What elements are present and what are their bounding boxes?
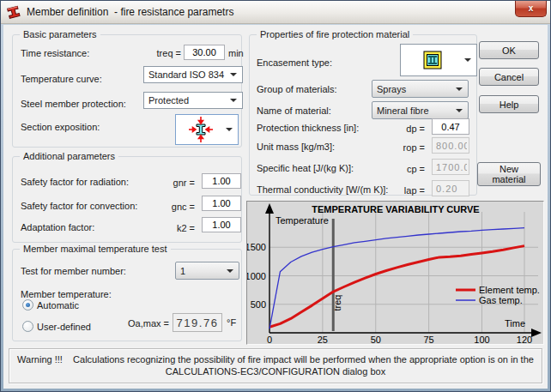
group-title: Member maximal temperature test: [20, 244, 171, 254]
member-number-label: Test for member number:: [21, 266, 126, 276]
titlebar[interactable]: Member definition - fire resistance para…: [1, 1, 550, 24]
protection-thickness-label: Protection thickness [in]:: [257, 123, 359, 133]
oamax-symbol: Oa,max =: [114, 318, 169, 329]
automatic-radio[interactable]: [22, 299, 33, 311]
oamax-field: [173, 313, 222, 332]
window-title: Member definition - fire resistance para…: [27, 1, 233, 23]
convection-factor-label: Safety factor for convection:: [21, 201, 137, 211]
temperature-curve-label: Temperature curve:: [21, 74, 102, 84]
specific-heat-label: Specific heat [J/(kg K)]:: [257, 163, 354, 173]
cp-symbol: cp =: [385, 164, 425, 174]
group-title: Additional parameters: [20, 151, 118, 161]
gnc-symbol: gnc =: [142, 202, 195, 212]
svg-text:100: 100: [474, 335, 489, 344]
oamax-unit-label: °F: [227, 317, 236, 328]
svg-text:Element temp.: Element temp.: [479, 285, 540, 295]
encasement-type-label: Encasement type:: [257, 57, 332, 68]
chevron-down-icon: [456, 87, 463, 91]
temperature-chart-panel: treq500100015000255075100120TEMPERATURE …: [246, 201, 544, 345]
group-of-materials-label: Group of materials:: [257, 84, 337, 94]
chevron-down-icon: [464, 58, 471, 62]
svg-text:TEMPERATURE VARIABILITY CURVE: TEMPERATURE VARIABILITY CURVE: [312, 204, 479, 214]
section-exposition-icon: [176, 115, 226, 144]
cp-field: [432, 159, 469, 175]
name-of-material-value: Mineral fibre: [372, 106, 456, 116]
chevron-down-icon: [230, 73, 237, 76]
svg-text:25: 25: [318, 335, 328, 344]
temperature-curve-value: Standard ISO 834: [144, 69, 230, 80]
member-temperature-label: Member temperature:: [21, 289, 112, 299]
k2-symbol: k2 =: [142, 223, 195, 233]
treq-unit-label: min: [228, 48, 244, 58]
lap-symbol: lap =: [385, 185, 425, 196]
dialog-body: Basic parameters Time resistance: treq =…: [3, 25, 548, 389]
svg-text:Temperature: Temperature: [276, 215, 329, 226]
app-icon: [6, 4, 21, 20]
dp-symbol: dp =: [385, 124, 425, 134]
rop-symbol: rop =: [385, 142, 425, 153]
encasement-type-select[interactable]: [400, 44, 477, 76]
user-defined-radio[interactable]: [22, 321, 33, 332]
chevron-down-icon: [456, 109, 463, 112]
lap-field: [432, 180, 469, 196]
group-title: Basic parameters: [20, 29, 100, 39]
warning-line2: CALCULATIONS-EC3/CONFIGURATION dialog bo…: [9, 365, 542, 377]
k2-input[interactable]: [202, 217, 241, 232]
rop-field: [432, 137, 469, 154]
close-button[interactable]: x: [515, 1, 547, 17]
svg-text:75: 75: [424, 335, 434, 344]
treq-input[interactable]: [184, 45, 225, 60]
group-of-materials-value: Sprays: [372, 84, 456, 94]
name-of-material-select[interactable]: Mineral fibre: [372, 101, 469, 119]
temperature-curve-select[interactable]: Standard ISO 834: [143, 66, 243, 83]
ok-button[interactable]: OK: [479, 41, 539, 59]
svg-text:treq: treq: [332, 295, 342, 311]
gnc-input[interactable]: [202, 196, 241, 211]
thermal-conductivity-label: Thermal conductivity [W/(m K)]:: [257, 184, 388, 195]
new-material-button[interactable]: New material: [477, 162, 541, 186]
chevron-down-icon: [227, 269, 233, 273]
svg-text:Gas temp.: Gas temp.: [479, 295, 523, 305]
automatic-radio-label: Automatic: [37, 300, 79, 311]
svg-text:120: 120: [517, 335, 532, 344]
cancel-button[interactable]: Cancel: [479, 68, 539, 86]
steel-protection-value: Protected: [144, 95, 230, 106]
steel-protection-label: Steel member protection:: [21, 99, 126, 109]
svg-text:Time: Time: [505, 318, 525, 329]
encasement-type-icon: [401, 51, 464, 69]
steel-protection-select[interactable]: Protected: [143, 92, 243, 109]
treq-symbol: treq =: [133, 48, 181, 58]
member-number-value: 1: [176, 266, 227, 276]
additional-parameters-group: Additional parameters Safety factor for …: [12, 156, 242, 243]
member-temperature-test-group: Member maximal temperature test Test for…: [12, 249, 242, 341]
chevron-down-icon: [230, 99, 237, 102]
temperature-chart: treq500100015000255075100120TEMPERATURE …: [247, 202, 543, 344]
warning-line1: Warning !!! Calculations recognizing the…: [9, 353, 542, 365]
member-definition-dialog: Member definition - fire resistance para…: [0, 0, 551, 392]
member-number-select[interactable]: 1: [175, 262, 239, 280]
dp-input[interactable]: [432, 118, 469, 135]
time-resistance-label: Time resistance:: [21, 48, 89, 58]
user-defined-radio-label: User-defined: [37, 322, 91, 332]
help-button[interactable]: Help: [479, 95, 539, 113]
adaptation-factor-label: Adaptation factor:: [21, 222, 94, 232]
group-title: Properties of fire protection material: [257, 29, 413, 39]
gnr-input[interactable]: [202, 173, 241, 189]
basic-parameters-group: Basic parameters Time resistance: treq =…: [12, 34, 242, 148]
unit-mass-label: Unit mass [kg/m3]:: [257, 142, 335, 152]
section-exposition-select[interactable]: [175, 114, 239, 145]
group-of-materials-select[interactable]: Sprays: [372, 80, 469, 98]
chevron-down-icon: [226, 128, 233, 131]
gnr-symbol: gnr =: [142, 178, 195, 188]
fire-protection-material-group: Properties of fire protection material E…: [249, 34, 477, 196]
svg-text:500: 500: [251, 299, 266, 310]
svg-text:50: 50: [371, 335, 381, 344]
section-exposition-label: Section exposition:: [21, 122, 100, 132]
radiation-factor-label: Safety factor for radiation:: [21, 177, 129, 187]
name-of-material-label: Name of material:: [257, 106, 331, 116]
svg-text:1000: 1000: [247, 271, 266, 281]
warning-box: Warning !!! Calculations recognizing the…: [9, 348, 542, 383]
svg-text:1500: 1500: [247, 242, 266, 252]
close-icon: x: [529, 3, 534, 13]
svg-text:0: 0: [267, 335, 272, 344]
